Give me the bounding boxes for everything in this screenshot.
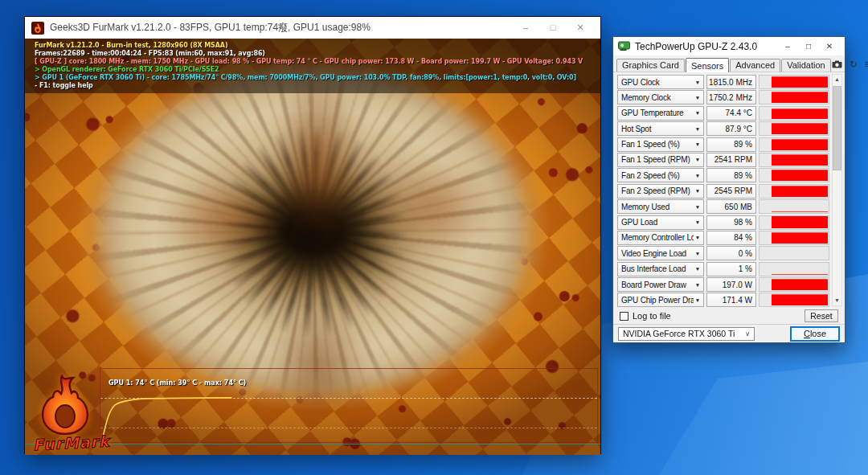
chevron-down-icon: ▼	[695, 173, 700, 178]
sensor-scrollbar[interactable]: ▲ ▼	[832, 74, 842, 306]
chevron-down-icon: ▼	[695, 126, 700, 132]
tab-validation[interactable]: Validation	[781, 59, 831, 72]
sensor-graph-bar	[772, 139, 828, 150]
gpuz-app-icon	[618, 41, 630, 51]
log-to-file-checkbox[interactable]	[620, 312, 628, 321]
sensor-name-dropdown[interactable]: Board Power Draw▼	[617, 277, 704, 292]
furmark-maximize-button[interactable]: □	[539, 17, 567, 39]
sensor-name-dropdown[interactable]: GPU Load▼	[617, 215, 704, 230]
sensor-graph	[759, 184, 829, 199]
furmark-osd: FurMark v1.21.2.0 - Burn-in test, 1280x9…	[25, 39, 600, 93]
sensor-name: Fan 2 Speed (RPM)	[621, 186, 694, 195]
sensor-name: GPU Load	[621, 218, 694, 227]
sensor-name: Video Engine Load	[621, 249, 694, 258]
chevron-down-icon: ▼	[695, 266, 700, 272]
sensor-row: GPU Chip Power Draw▼171.4 W	[617, 293, 829, 307]
fur-rust-patch	[274, 71, 362, 248]
sensor-row: GPU Load▼98 %	[617, 215, 829, 230]
sensor-graph-bar	[772, 92, 828, 103]
sensor-value: 197.0 W	[706, 277, 756, 292]
sensor-name-dropdown[interactable]: Memory Clock▼	[617, 90, 704, 104]
scrollbar-thumb[interactable]	[833, 86, 841, 170]
tab-advanced[interactable]: Advanced	[730, 59, 780, 72]
chevron-down-icon: ▼	[695, 204, 700, 210]
scroll-down-icon[interactable]: ▼	[833, 296, 841, 305]
gpuz-maximize-button[interactable]: □	[798, 37, 819, 55]
wallpaper-light-beam-2	[659, 354, 868, 475]
refresh-icon[interactable]: ↻	[850, 59, 858, 69]
sensor-row: GPU Clock▼1815.0 MHz	[617, 75, 829, 89]
sensor-graph-bar	[772, 211, 828, 212]
sensor-graph	[759, 231, 829, 245]
sensor-row: Fan 1 Speed (RPM)▼2541 RPM	[617, 153, 829, 167]
sensor-name: Fan 1 Speed (RPM)	[621, 155, 694, 164]
sensor-row: Fan 2 Speed (%)▼89 %	[617, 168, 829, 182]
sensor-value: 2545 RPM	[706, 184, 756, 199]
furmark-logo-text: FurMark	[32, 432, 110, 454]
furmark-minimize-button[interactable]: –	[512, 17, 539, 39]
sensor-row: Memory Controller Load▼84 %	[617, 231, 829, 245]
screenshot-camera-icon[interactable]	[832, 60, 842, 68]
sensor-graph	[759, 153, 829, 167]
sensor-name-dropdown[interactable]: Fan 2 Speed (RPM)▼	[617, 184, 704, 199]
sensor-name-dropdown[interactable]: Fan 1 Speed (RPM)▼	[617, 153, 704, 167]
furmark-render-area: FurMark v1.21.2.0 - Burn-in test, 1280x9…	[25, 39, 600, 455]
sensor-name: Fan 2 Speed (%)	[621, 171, 694, 180]
sensor-name-dropdown[interactable]: Memory Controller Load▼	[617, 231, 704, 245]
chevron-down-icon: ▼	[695, 297, 700, 303]
tab-sensors[interactable]: Sensors	[686, 58, 729, 72]
furmark-titlebar[interactable]: Geeks3D FurMark v1.21.2.0 - 83FPS, GPU1 …	[25, 17, 600, 39]
sensor-graph-bar	[772, 76, 828, 88]
menu-icon[interactable]: ≡	[865, 59, 868, 69]
sensor-value: 1750.2 MHz	[706, 90, 756, 104]
sensor-row: Bus Interface Load▼1 %	[617, 262, 829, 276]
sensor-graph-bar	[772, 109, 828, 119]
sensor-name-dropdown[interactable]: GPU Temperature▼	[617, 106, 704, 121]
sensor-graph-bar	[772, 170, 828, 181]
gpuz-close-x-button[interactable]: ✕	[819, 37, 840, 55]
chevron-down-icon: ▼	[695, 188, 700, 194]
sensor-graph	[759, 215, 829, 230]
log-to-file-label: Log to file	[633, 311, 671, 321]
gpuz-window: TechPowerUp GPU-Z 2.43.0 – □ ✕ Graphics …	[612, 36, 845, 343]
tab-graphics-card[interactable]: Graphics Card	[616, 59, 685, 72]
gpuz-minimize-button[interactable]: –	[777, 37, 798, 55]
furmark-window-title: Geeks3D FurMark v1.21.2.0 - 83FPS, GPU1 …	[50, 21, 371, 35]
sensor-name-dropdown[interactable]: Memory Used▼	[617, 199, 704, 214]
sensor-name: Memory Controller Load	[621, 233, 694, 242]
sensor-name-dropdown[interactable]: Fan 1 Speed (%)▼	[617, 137, 704, 152]
sensor-name-dropdown[interactable]: Video Engine Load▼	[617, 246, 704, 260]
sensor-name-dropdown[interactable]: Bus Interface Load▼	[617, 262, 704, 276]
sensor-name: GPU Chip Power Draw	[621, 296, 694, 305]
furmark-flame-icon	[31, 375, 104, 437]
gpuz-bottom-bar: NVIDIA GeForce RTX 3060 Ti ∨ Close	[613, 324, 845, 342]
sensor-graph	[759, 137, 829, 152]
furmark-close-button[interactable]: ✕	[567, 17, 594, 39]
osd-line: FurMark v1.21.2.0 - Burn-in test, 1280x9…	[35, 42, 596, 50]
close-button[interactable]: Close	[790, 326, 840, 342]
sensor-graph-bar	[772, 279, 828, 290]
gpuz-log-row: Log to file Reset	[613, 308, 845, 324]
reset-button[interactable]: Reset	[805, 309, 838, 322]
sensor-graph-bar	[772, 154, 828, 166]
sensor-graph	[759, 121, 829, 136]
sensor-graph	[759, 277, 829, 292]
sensor-name-dropdown[interactable]: GPU Clock▼	[617, 75, 704, 89]
chevron-down-icon: ▼	[695, 80, 700, 85]
sensor-name-dropdown[interactable]: Fan 2 Speed (%)▼	[617, 168, 704, 182]
sensor-name: Memory Clock	[621, 93, 694, 102]
gpuz-titlebar[interactable]: TechPowerUp GPU-Z 2.43.0 – □ ✕	[613, 37, 845, 55]
sensor-name: Hot Spot	[621, 125, 694, 133]
sensor-name-dropdown[interactable]: GPU Chip Power Draw▼	[617, 293, 704, 307]
gpu-temp-graph: GPU 1: 74° C (min: 39° C - max: 74° C)	[100, 368, 598, 443]
fur-rust-patch	[162, 175, 282, 264]
scroll-up-icon[interactable]: ▲	[833, 75, 841, 84]
chevron-down-icon: ▼	[695, 251, 700, 256]
sensor-graph	[759, 293, 829, 307]
sensor-value: 74.4 °C	[706, 106, 756, 121]
desktop: Geeks3D FurMark v1.21.2.0 - 83FPS, GPU1 …	[0, 0, 868, 475]
gpu-selector-dropdown[interactable]: NVIDIA GeForce RTX 3060 Ti ∨	[618, 327, 755, 341]
fur-rust-patch	[371, 159, 499, 256]
sensor-name-dropdown[interactable]: Hot Spot▼	[617, 121, 704, 136]
gpuz-window-title: TechPowerUp GPU-Z 2.43.0	[635, 41, 757, 52]
